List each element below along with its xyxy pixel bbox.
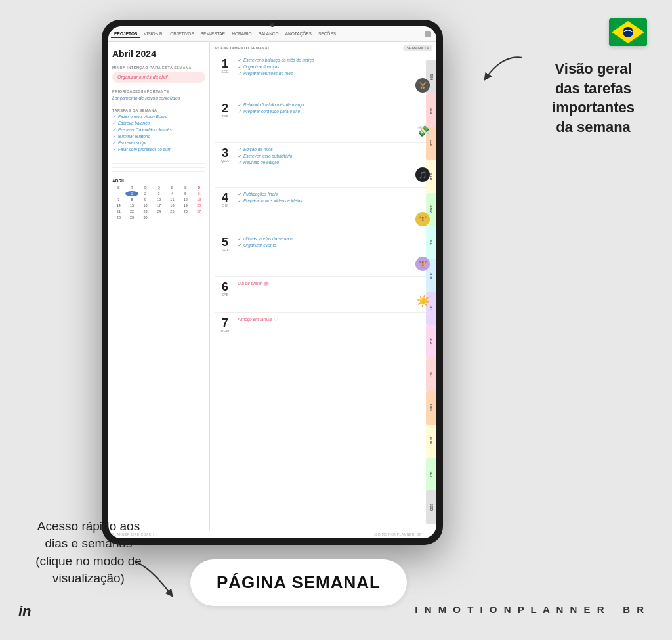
svg-point-2 bbox=[623, 27, 633, 37]
check-day5-1: ✓ bbox=[238, 236, 242, 242]
day4-icon: 🏋 bbox=[415, 212, 430, 226]
check-day3-1: ✓ bbox=[238, 147, 242, 152]
side-tab-nov[interactable]: NOV bbox=[426, 425, 436, 458]
semana-badge: SEMANA 14 bbox=[403, 45, 432, 51]
annotation-top-right: Visão geral das tarefas importantes da s… bbox=[528, 59, 659, 137]
day-row-1: 1 SEG ✓ Escrever o balanço do mês de mar… bbox=[215, 54, 432, 98]
side-tab-out[interactable]: OUT bbox=[426, 391, 436, 424]
mini-calendar: ABRIL S T Q Q S S D 1 2 3 4 5 bbox=[112, 179, 205, 220]
task-5: ✓ Escrever script bbox=[112, 140, 205, 146]
task-3: ✓ Preparar Calendário do mês bbox=[112, 127, 205, 133]
brand-text: I N M O T I O N P L A N N E R _ B R bbox=[415, 604, 646, 615]
day3-icon: 🎵 bbox=[415, 167, 430, 182]
check-day3-2: ✓ bbox=[238, 154, 242, 159]
day-number-5: 5 bbox=[222, 236, 228, 248]
day-row-2: 2 TER ✓ Relatório final do mês de março … bbox=[215, 98, 432, 143]
intention-box: Organizar o mês de abril bbox=[112, 72, 205, 83]
planning-header: PLANEJAMENTO SEMANAL bbox=[215, 45, 270, 51]
day-row-7: 7 DOM Almoço em família ♡ bbox=[215, 313, 432, 349]
right-panel: PLANEJAMENTO SEMANAL SEMANA 14 1 SEG ✓ E… bbox=[210, 42, 436, 538]
day-number-1: 1 bbox=[222, 58, 228, 70]
intention-label: MINHA INTENÇÃO PARA ESTA SEMANA bbox=[112, 66, 205, 70]
annotation-bottom-left: Acesso rápido aos dias e semanas (clique… bbox=[20, 518, 158, 587]
task-2: ✓ Escreva balanço bbox=[112, 121, 205, 126]
day-name-6: SAB bbox=[221, 293, 228, 297]
day-row-5: 5 SEX ✓ últimas tarefas da semana ✓ Orga… bbox=[215, 232, 432, 277]
nav-tab-horario[interactable]: HORÁRIO bbox=[228, 30, 255, 37]
task-1: ✓ Fazer o meu Vision Board bbox=[112, 114, 205, 119]
brazil-flag bbox=[609, 18, 647, 46]
check-day1-3: ✓ bbox=[238, 71, 242, 76]
check-day3-3: ✓ bbox=[238, 160, 242, 165]
day-row-3: 3 QUA ✓ Edição de fotos ✓ Escrever texto… bbox=[215, 143, 432, 188]
check-day5-2: ✓ bbox=[238, 243, 242, 248]
day5-icon: 🏋 bbox=[415, 257, 430, 271]
day-number-6: 6 bbox=[222, 281, 228, 293]
inmotion-logo: in bbox=[18, 603, 32, 620]
check-icon-3: ✓ bbox=[112, 127, 116, 133]
check-day2-1: ✓ bbox=[238, 102, 242, 108]
tasks-label: TAREFAS DA SEMANA bbox=[112, 108, 205, 112]
check-day4-2: ✓ bbox=[238, 198, 242, 203]
check-icon-6: ✓ bbox=[112, 147, 116, 152]
left-panel: Abril 2024 MINHA INTENÇÃO PARA ESTA SEMA… bbox=[108, 42, 210, 538]
nav-tab-vision[interactable]: VISION B. bbox=[140, 30, 167, 37]
day-name-5: SEX bbox=[221, 248, 228, 252]
check-icon-4: ✓ bbox=[112, 134, 116, 139]
nav-tab-objetivos[interactable]: OBJETIVOS bbox=[167, 30, 197, 37]
day-name-2: TER bbox=[222, 114, 229, 118]
side-tab-2025[interactable]: 2025 bbox=[426, 490, 436, 523]
nav-tab-secoes[interactable]: SEÇÕES bbox=[315, 30, 339, 37]
day-name-3: QUA bbox=[221, 159, 229, 163]
footer-right: @INMOTIONPLANNER_BR bbox=[374, 532, 422, 536]
priorities-text: Lançamento de novos conteúdos bbox=[112, 95, 205, 102]
check-icon-2: ✓ bbox=[112, 121, 116, 126]
nav-tab-balanco[interactable]: BALANÇO bbox=[255, 30, 282, 37]
day-name-7: DOM bbox=[221, 329, 230, 333]
side-tab-set[interactable]: SET bbox=[426, 358, 436, 391]
nav-tab-anotacoes[interactable]: ANOTAÇÕES bbox=[282, 30, 315, 37]
task-4: ✓ terminar relatório bbox=[112, 134, 205, 139]
day-number-2: 2 bbox=[222, 102, 228, 114]
check-day2-2: ✓ bbox=[238, 109, 242, 114]
day-name-4: QUI bbox=[222, 203, 228, 207]
check-day1-2: ✓ bbox=[238, 64, 242, 70]
check-icon-1: ✓ bbox=[112, 114, 116, 119]
nav-tabs-bar: PROJETOS VISION B. OBJETIVOS BEM-ESTAR H… bbox=[108, 26, 436, 42]
mini-cal-month: ABRIL bbox=[112, 179, 205, 183]
day2-icon: 💸 bbox=[417, 125, 430, 137]
day-row-6: 6 SAB Dia de praia! 🌸 ☀️ bbox=[215, 277, 432, 313]
pagina-semanal-badge: PÁGINA SEMANAL bbox=[190, 559, 407, 606]
check-day1-1: ✓ bbox=[238, 58, 242, 63]
tablet-screen: PROJETOS VISION B. OBJETIVOS BEM-ESTAR H… bbox=[108, 26, 436, 538]
side-tab-dez[interactable]: DEZ bbox=[426, 458, 436, 490]
day-number-4: 4 bbox=[222, 192, 228, 203]
day-number-3: 3 bbox=[222, 147, 228, 159]
arrow-top-right bbox=[476, 51, 529, 91]
check-icon-5: ✓ bbox=[112, 140, 116, 146]
day1-icon: 🏋 bbox=[415, 78, 430, 93]
nav-tab-projetos[interactable]: PROJETOS bbox=[111, 30, 140, 38]
nav-tab-bemestar[interactable]: BEM-ESTAR bbox=[198, 30, 228, 37]
priorities-label: PRIORIDADES/IMPORTANTE bbox=[112, 89, 205, 93]
day6-icon: ☀️ bbox=[417, 295, 430, 307]
day-name-1: SEG bbox=[221, 70, 229, 74]
check-day4-1: ✓ bbox=[238, 192, 242, 197]
task-6: ✓ Falar com professor do surf bbox=[112, 147, 205, 152]
tablet: PROJETOS VISION B. OBJETIVOS BEM-ESTAR H… bbox=[102, 20, 443, 545]
day-number-7: 7 bbox=[222, 317, 228, 329]
day-row-4: 4 QUI ✓ Publicações finais ✓ Preparar no… bbox=[215, 188, 432, 232]
month-header: Abril 2024 bbox=[112, 47, 205, 62]
